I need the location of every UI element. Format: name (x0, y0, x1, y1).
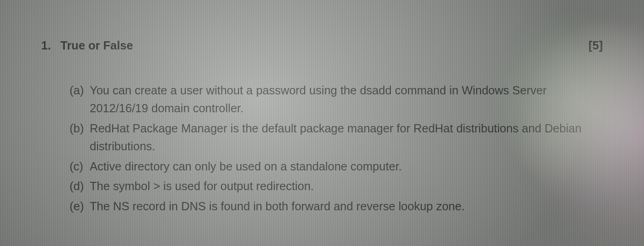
list-item: (b) RedHat Package Manager is the defaul… (70, 120, 607, 156)
list-item: (e) The NS record in DNS is found in bot… (70, 197, 607, 216)
item-text: RedHat Package Manager is the default pa… (90, 120, 607, 156)
list-item: (a) You can create a user without a pass… (70, 82, 607, 118)
question-header: 1. True or False [5] (41, 37, 607, 55)
item-label: (e) (70, 197, 90, 216)
item-label: (d) (70, 177, 90, 196)
item-label: (b) (70, 120, 90, 138)
item-text: The NS record in DNS is found in both fo… (90, 197, 607, 216)
question-title: True or False (60, 37, 133, 55)
item-text: Active directory can only be used on a s… (90, 158, 607, 176)
question-marks: [5] (589, 37, 607, 55)
list-item: (d) The symbol > is used for output redi… (70, 177, 607, 196)
exam-page: 1. True or False [5] (a) You can create … (0, 0, 644, 215)
question-items: (a) You can create a user without a pass… (41, 82, 607, 216)
item-text: The symbol > is used for output redirect… (90, 177, 607, 196)
item-label: (a) (70, 82, 90, 100)
item-text: You can create a user without a password… (90, 82, 607, 118)
list-item: (c) Active directory can only be used on… (70, 158, 607, 176)
question-number: 1. (41, 37, 60, 55)
item-label: (c) (70, 158, 90, 176)
